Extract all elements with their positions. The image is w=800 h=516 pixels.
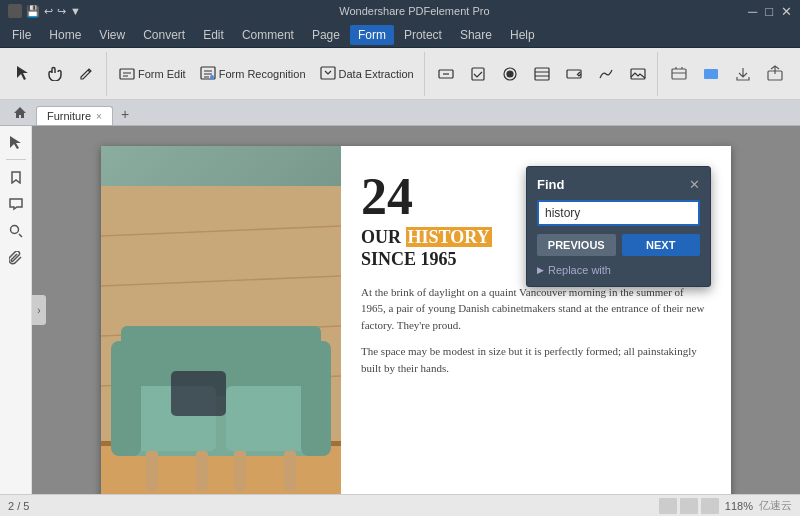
svg-rect-10 bbox=[567, 70, 581, 78]
dropdown-button[interactable] bbox=[559, 63, 589, 85]
hand-tool-button[interactable] bbox=[40, 62, 70, 85]
text-field-button[interactable] bbox=[431, 63, 461, 85]
status-page-info: 2 / 5 bbox=[8, 500, 29, 512]
zoom-level: 118% bbox=[725, 500, 753, 512]
svg-rect-1 bbox=[120, 69, 134, 79]
toolbar-divider bbox=[6, 159, 26, 160]
svg-rect-12 bbox=[672, 69, 686, 79]
menu-share[interactable]: Share bbox=[452, 25, 500, 45]
quick-access-menu[interactable]: ▼ bbox=[70, 5, 81, 17]
tab-furniture[interactable]: Furniture × bbox=[36, 106, 113, 125]
svg-marker-0 bbox=[17, 66, 28, 80]
watermark-label: 亿速云 bbox=[759, 498, 792, 513]
signature-button[interactable] bbox=[591, 63, 621, 85]
document-page: 24 OUR HISTORY SINCE 1965 At the brink o… bbox=[101, 146, 731, 494]
checkbox-button[interactable] bbox=[463, 63, 493, 85]
attachment-button[interactable] bbox=[4, 246, 28, 270]
status-icon-3[interactable] bbox=[701, 498, 719, 514]
svg-rect-30 bbox=[171, 371, 226, 416]
find-replace-label: Replace with bbox=[548, 264, 611, 276]
status-right: 118% 亿速云 bbox=[659, 498, 792, 514]
find-search-input[interactable] bbox=[537, 200, 700, 226]
svg-rect-31 bbox=[146, 451, 158, 491]
find-next-button[interactable]: NEXT bbox=[622, 234, 701, 256]
menu-protect[interactable]: Protect bbox=[396, 25, 450, 45]
menu-page[interactable]: Page bbox=[304, 25, 348, 45]
menu-convert[interactable]: Convert bbox=[135, 25, 193, 45]
search-sidebar-button[interactable] bbox=[4, 219, 28, 243]
title-bar-left: 💾 ↩ ↪ ▼ bbox=[8, 4, 81, 18]
document-paragraph-1: At the brink of daylight on a quaint Van… bbox=[361, 284, 711, 334]
arrow-tool-button[interactable] bbox=[4, 130, 28, 154]
bookmark-button[interactable] bbox=[4, 165, 28, 189]
ribbon-tool-group bbox=[4, 52, 107, 96]
form-recognition-button[interactable]: Form Recognition bbox=[194, 61, 312, 86]
maximize-button[interactable]: □ bbox=[765, 4, 773, 19]
data-extraction-button[interactable]: Data Extraction bbox=[314, 61, 420, 86]
sofa-image bbox=[101, 146, 341, 494]
menu-home[interactable]: Home bbox=[41, 25, 89, 45]
replace-arrow-icon: ▶ bbox=[537, 265, 544, 275]
menu-edit[interactable]: Edit bbox=[195, 25, 232, 45]
close-button[interactable]: ✕ bbox=[781, 4, 792, 19]
radio-button[interactable] bbox=[495, 63, 525, 85]
find-buttons: PREVIOUS NEXT bbox=[537, 234, 700, 256]
tab-close-button[interactable]: × bbox=[96, 111, 102, 122]
svg-rect-13 bbox=[704, 69, 718, 79]
ribbon-form-fields-group bbox=[427, 52, 658, 96]
menu-bar: File Home View Convert Edit Comment Page… bbox=[0, 22, 800, 48]
svg-point-8 bbox=[507, 71, 513, 77]
headline-prefix: OUR bbox=[361, 227, 406, 247]
svg-point-3 bbox=[210, 75, 214, 79]
quick-access-save[interactable]: 💾 bbox=[26, 5, 40, 18]
main-layout: › bbox=[0, 126, 800, 494]
status-icon-2[interactable] bbox=[680, 498, 698, 514]
image-field-button[interactable] bbox=[623, 63, 653, 85]
find-title-bar: Find ✕ bbox=[537, 177, 700, 192]
title-bar-controls[interactable]: ─ □ ✕ bbox=[748, 4, 792, 19]
form-edit-label: Form Edit bbox=[138, 68, 186, 80]
ribbon: Form Edit Form Recognition Data Extracti… bbox=[0, 48, 800, 100]
page-number: 2 / 5 bbox=[8, 500, 29, 512]
quick-access-undo[interactable]: ↩ bbox=[44, 5, 53, 18]
svg-marker-15 bbox=[10, 136, 21, 149]
collapse-panel-arrow[interactable]: › bbox=[32, 295, 46, 325]
svg-rect-29 bbox=[301, 341, 331, 456]
quick-access-redo[interactable]: ↪ bbox=[57, 5, 66, 18]
menu-comment[interactable]: Comment bbox=[234, 25, 302, 45]
list-box-button[interactable] bbox=[527, 63, 557, 85]
headline-highlight: HISTORY bbox=[406, 227, 492, 247]
status-icon-1[interactable] bbox=[659, 498, 677, 514]
tab-name: Furniture bbox=[47, 110, 91, 122]
data-extraction-label: Data Extraction bbox=[339, 68, 414, 80]
find-dialog-title: Find bbox=[537, 177, 564, 192]
import-button[interactable] bbox=[728, 62, 758, 86]
ribbon-more-group bbox=[660, 52, 794, 96]
find-replace-toggle[interactable]: ▶ Replace with bbox=[537, 264, 700, 276]
find-close-button[interactable]: ✕ bbox=[689, 177, 700, 192]
find-previous-button[interactable]: PREVIOUS bbox=[537, 234, 616, 256]
app-icon bbox=[8, 4, 22, 18]
svg-rect-33 bbox=[234, 451, 246, 491]
svg-rect-34 bbox=[284, 451, 296, 491]
status-bar: 2 / 5 118% 亿速云 bbox=[0, 494, 800, 516]
highlight-button[interactable] bbox=[696, 62, 726, 86]
edit-tool-button[interactable] bbox=[72, 62, 102, 85]
menu-form[interactable]: Form bbox=[350, 25, 394, 45]
form-edit-button[interactable]: Form Edit bbox=[113, 61, 192, 86]
sidebar-home-button[interactable] bbox=[8, 101, 32, 125]
document-area: › bbox=[32, 126, 800, 494]
export-button[interactable] bbox=[760, 62, 790, 86]
menu-help[interactable]: Help bbox=[502, 25, 543, 45]
menu-file[interactable]: File bbox=[4, 25, 39, 45]
find-dialog: Find ✕ PREVIOUS NEXT ▶ Replace with bbox=[526, 166, 711, 287]
tab-add-button[interactable]: + bbox=[113, 103, 137, 125]
status-view-icons bbox=[659, 498, 719, 514]
form-recognition-label: Form Recognition bbox=[219, 68, 306, 80]
cursor-tool-button[interactable] bbox=[8, 62, 38, 85]
minimize-button[interactable]: ─ bbox=[748, 4, 757, 19]
tab-bar: Furniture × + bbox=[0, 100, 800, 126]
comment-panel-button[interactable] bbox=[4, 192, 28, 216]
menu-view[interactable]: View bbox=[91, 25, 133, 45]
clear-button[interactable] bbox=[664, 62, 694, 86]
